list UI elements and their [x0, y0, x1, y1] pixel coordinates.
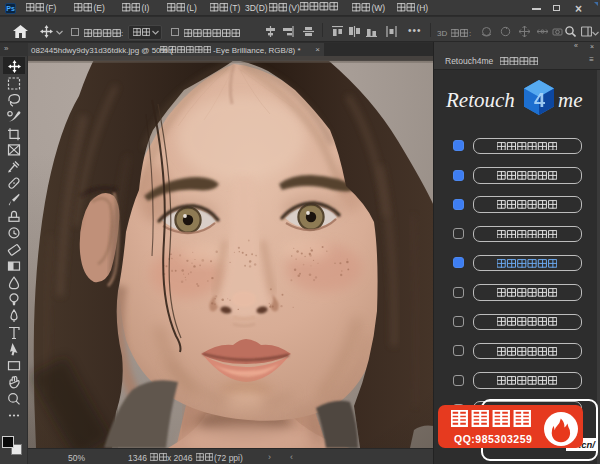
svg-text:4: 4	[534, 89, 546, 111]
